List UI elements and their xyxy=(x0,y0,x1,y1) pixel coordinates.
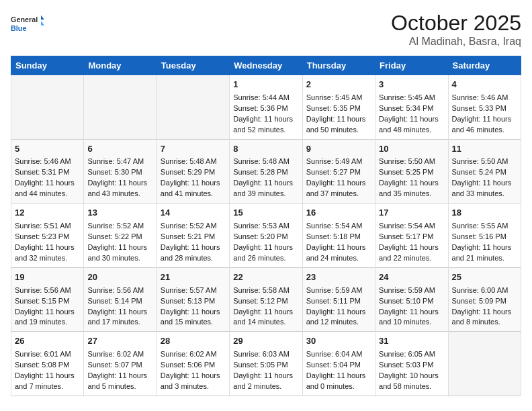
day-number: 24 xyxy=(379,271,444,284)
day-info: Daylight: 11 hours xyxy=(306,307,371,318)
day-info: Sunrise: 5:54 AM xyxy=(379,221,444,232)
day-info: Daylight: 11 hours xyxy=(233,307,298,318)
calendar-cell: 28Sunrise: 6:02 AMSunset: 5:06 PMDayligh… xyxy=(157,332,229,396)
day-number: 3 xyxy=(379,79,444,91)
day-number: 19 xyxy=(15,271,80,284)
calendar-cell: 30Sunrise: 6:04 AMSunset: 5:04 PMDayligh… xyxy=(302,332,375,396)
calendar-cell: 16Sunrise: 5:54 AMSunset: 5:18 PMDayligh… xyxy=(302,203,375,268)
day-info: Sunset: 5:35 PM xyxy=(306,103,371,114)
day-info: Sunrise: 5:58 AM xyxy=(233,285,298,296)
day-info: Sunrise: 5:44 AM xyxy=(233,93,298,103)
day-info: Sunrise: 5:46 AM xyxy=(452,93,517,103)
logo: General Blue xyxy=(11,11,44,38)
header-tuesday: Tuesday xyxy=(157,56,229,75)
day-info: Sunset: 5:12 PM xyxy=(233,296,298,307)
day-number: 12 xyxy=(15,207,80,220)
day-info: Daylight: 11 hours xyxy=(379,178,444,189)
day-info: Sunset: 5:15 PM xyxy=(15,296,80,307)
day-info: and 52 minutes. xyxy=(233,125,298,136)
day-number: 14 xyxy=(161,207,226,220)
day-info: and 19 minutes. xyxy=(15,317,80,328)
day-info: Sunset: 5:21 PM xyxy=(161,232,226,242)
calendar-cell: 22Sunrise: 5:58 AMSunset: 5:12 PMDayligh… xyxy=(230,267,302,332)
day-info: Sunrise: 5:50 AM xyxy=(379,156,444,167)
location-title: Al Madinah, Basra, Iraq xyxy=(391,36,521,48)
calendar-week-2: 5Sunrise: 5:46 AMSunset: 5:31 PMDaylight… xyxy=(11,139,521,203)
day-info: and 5 minutes. xyxy=(87,381,152,392)
day-number: 31 xyxy=(379,335,444,348)
day-info: Sunset: 5:14 PM xyxy=(87,296,152,307)
calendar-cell: 4Sunrise: 5:46 AMSunset: 5:33 PMDaylight… xyxy=(448,75,521,140)
calendar-cell: 17Sunrise: 5:54 AMSunset: 5:17 PMDayligh… xyxy=(375,203,448,268)
day-info: Sunrise: 5:46 AM xyxy=(15,156,80,167)
day-info: Daylight: 11 hours xyxy=(379,307,444,318)
day-number: 29 xyxy=(233,335,298,348)
day-info: Sunset: 5:25 PM xyxy=(379,167,444,178)
day-info: and 12 minutes. xyxy=(306,317,371,328)
calendar-cell: 21Sunrise: 5:57 AMSunset: 5:13 PMDayligh… xyxy=(157,267,229,332)
day-info: Sunset: 5:06 PM xyxy=(161,360,226,371)
day-info: Sunset: 5:34 PM xyxy=(379,103,444,114)
day-info: Sunset: 5:23 PM xyxy=(15,232,80,242)
calendar-cell: 7Sunrise: 5:48 AMSunset: 5:29 PMDaylight… xyxy=(157,139,229,203)
day-info: Sunset: 5:27 PM xyxy=(306,167,371,178)
day-info: Sunrise: 5:52 AM xyxy=(161,221,226,232)
day-number: 16 xyxy=(306,207,371,220)
day-info: Sunset: 5:13 PM xyxy=(161,296,226,307)
day-info: Sunrise: 5:55 AM xyxy=(452,221,517,232)
day-info: and 43 minutes. xyxy=(87,189,152,199)
day-info: Sunset: 5:05 PM xyxy=(233,360,298,371)
header-wednesday: Wednesday xyxy=(230,56,302,75)
day-info: Sunrise: 5:51 AM xyxy=(15,221,80,232)
day-info: Daylight: 11 hours xyxy=(452,178,517,189)
day-info: and 33 minutes. xyxy=(452,189,517,199)
day-info: Daylight: 11 hours xyxy=(379,242,444,253)
day-info: Sunrise: 5:45 AM xyxy=(306,93,371,103)
day-info: Daylight: 11 hours xyxy=(306,178,371,189)
day-info: and 48 minutes. xyxy=(379,125,444,136)
day-info: and 41 minutes. xyxy=(161,189,226,199)
calendar-cell: 11Sunrise: 5:50 AMSunset: 5:24 PMDayligh… xyxy=(448,139,521,203)
day-number: 10 xyxy=(379,143,444,156)
day-info: Daylight: 11 hours xyxy=(452,114,517,125)
day-number: 25 xyxy=(452,271,517,284)
calendar-cell: 10Sunrise: 5:50 AMSunset: 5:25 PMDayligh… xyxy=(375,139,448,203)
calendar-cell: 26Sunrise: 6:01 AMSunset: 5:08 PMDayligh… xyxy=(11,332,84,396)
day-number: 23 xyxy=(306,271,371,284)
day-info: Sunrise: 5:53 AM xyxy=(233,221,298,232)
day-info: Daylight: 11 hours xyxy=(306,114,371,125)
day-info: Sunset: 5:31 PM xyxy=(15,167,80,178)
calendar-cell: 6Sunrise: 5:47 AMSunset: 5:30 PMDaylight… xyxy=(84,139,157,203)
day-number: 17 xyxy=(379,207,444,220)
day-number: 6 xyxy=(87,143,152,156)
day-info: and 15 minutes. xyxy=(161,317,226,328)
day-info: Daylight: 11 hours xyxy=(452,307,517,318)
page-header: General Blue October 2025 Al Madinah, Ba… xyxy=(11,11,521,48)
day-info: Sunset: 5:30 PM xyxy=(87,167,152,178)
calendar-cell: 25Sunrise: 6:00 AMSunset: 5:09 PMDayligh… xyxy=(448,267,521,332)
day-number: 18 xyxy=(452,207,517,220)
day-info: and 10 minutes. xyxy=(379,317,444,328)
day-info: Daylight: 11 hours xyxy=(161,178,226,189)
calendar-cell: 12Sunrise: 5:51 AMSunset: 5:23 PMDayligh… xyxy=(11,203,84,268)
day-number: 7 xyxy=(161,143,226,156)
calendar-cell: 8Sunrise: 5:48 AMSunset: 5:28 PMDaylight… xyxy=(230,139,302,203)
day-info: Daylight: 11 hours xyxy=(161,307,226,318)
day-number: 27 xyxy=(87,335,152,348)
day-info: Daylight: 11 hours xyxy=(306,371,371,381)
day-info: Daylight: 11 hours xyxy=(379,114,444,125)
day-info: and 2 minutes. xyxy=(233,381,298,392)
day-info: Sunrise: 5:50 AM xyxy=(452,156,517,167)
calendar-cell: 3Sunrise: 5:45 AMSunset: 5:34 PMDaylight… xyxy=(375,75,448,140)
day-info: and 58 minutes. xyxy=(379,381,444,392)
calendar-cell: 13Sunrise: 5:52 AMSunset: 5:22 PMDayligh… xyxy=(84,203,157,268)
day-info: Daylight: 11 hours xyxy=(87,242,152,253)
day-number: 2 xyxy=(306,79,371,91)
day-info: Daylight: 11 hours xyxy=(87,371,152,381)
day-info: and 39 minutes. xyxy=(233,189,298,199)
day-info: Sunset: 5:17 PM xyxy=(379,232,444,242)
day-info: Sunset: 5:16 PM xyxy=(452,232,517,242)
day-info: Sunset: 5:22 PM xyxy=(87,232,152,242)
day-info: Daylight: 11 hours xyxy=(306,242,371,253)
day-info: Sunrise: 5:57 AM xyxy=(161,285,226,296)
